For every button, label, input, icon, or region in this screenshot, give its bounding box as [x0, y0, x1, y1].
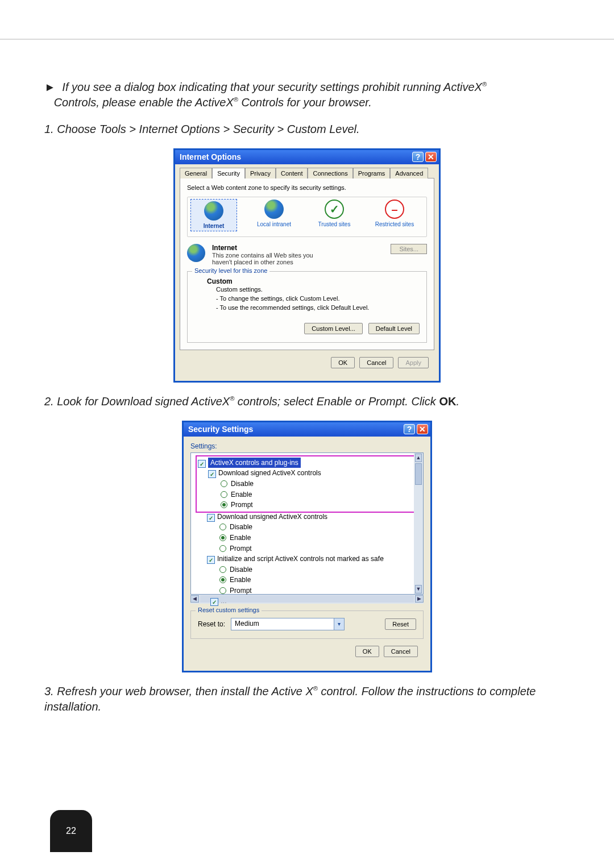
component-icon: ✓: [198, 460, 206, 468]
reset-to-combo[interactable]: Medium ▾: [231, 618, 345, 630]
tab-content[interactable]: Content: [276, 168, 308, 178]
globe-icon: [204, 201, 223, 221]
current-zone-desc-2: haven't placed in other zones: [212, 259, 384, 265]
zone-internet[interactable]: Internet: [191, 200, 237, 231]
radio-disable[interactable]: [219, 524, 226, 530]
custom-level-button[interactable]: Custom Level...: [304, 323, 362, 334]
help-icon[interactable]: ?: [404, 424, 415, 434]
dialog-title: Security Settings: [188, 425, 253, 434]
radio-prompt[interactable]: [219, 587, 226, 594]
ok-word: OK: [439, 395, 456, 408]
globe-icon: [187, 244, 205, 262]
custom-header: Custom: [207, 277, 420, 285]
step-3-text: 3. Refresh your web browser, then instal…: [44, 684, 570, 715]
radio-enable[interactable]: [221, 491, 227, 498]
triangle-icon: ►: [44, 81, 59, 93]
zone-label: Restricted sites: [375, 221, 414, 227]
globe-icon: [264, 200, 284, 219]
setting-download-signed: Download signed ActiveX controls: [218, 469, 321, 477]
security-settings-dialog: Security Settings ? ✕ Settings: ▲ ▼: [182, 421, 432, 672]
zone-local-intranet[interactable]: Local intranet: [251, 200, 297, 231]
note-text-2: Controls, please enable the ActiveX: [54, 96, 234, 109]
setting-download-unsigned: Download unsigned ActiveX controls: [217, 513, 327, 521]
ok-button[interactable]: OK: [355, 646, 379, 657]
tab-general[interactable]: General: [180, 168, 212, 178]
zone-label: Local intranet: [257, 221, 291, 227]
zone-trusted-sites[interactable]: ✓ Trusted sites: [312, 200, 357, 231]
group-activex-plugins: ✓ActiveX controls and plug-ins ✓Download…: [197, 456, 421, 512]
radio-enable[interactable]: [219, 534, 226, 541]
page-number: 22: [50, 810, 92, 852]
scroll-thumb[interactable]: [415, 463, 422, 485]
component-icon: ✓: [208, 470, 216, 478]
step-1-text: 1. Choose Tools > Internet Options > Sec…: [44, 122, 570, 137]
tab-programs[interactable]: Programs: [353, 168, 391, 178]
minus-icon: –: [385, 200, 404, 219]
custom-line-3: - To use the recommended settings, click…: [216, 304, 420, 313]
vertical-scrollbar[interactable]: ▲ ▼: [414, 453, 423, 594]
radio-prompt[interactable]: [221, 501, 227, 508]
scroll-down-icon[interactable]: ▼: [415, 585, 422, 593]
zone-label: Internet: [204, 223, 225, 229]
component-icon: ✓: [210, 598, 218, 606]
cancel-button[interactable]: Cancel: [359, 357, 393, 368]
component-icon: ✓: [207, 514, 215, 522]
help-icon[interactable]: ?: [412, 152, 424, 162]
radio-prompt[interactable]: [219, 545, 226, 552]
reset-to-label: Reset to:: [198, 620, 225, 628]
custom-line-1: Custom settings.: [216, 285, 420, 294]
tab-connections[interactable]: Connections: [308, 168, 352, 178]
check-icon: ✓: [325, 200, 344, 219]
component-icon: ✓: [207, 556, 215, 564]
security-level-group-label: Security level for this zone: [192, 267, 269, 274]
tab-advanced[interactable]: Advanced: [390, 168, 428, 178]
close-icon[interactable]: ✕: [417, 424, 428, 434]
settings-label: Settings:: [190, 442, 424, 450]
dialog-title: Internet Options: [180, 152, 241, 161]
custom-line-2: - To change the settings, click Custom L…: [216, 294, 420, 304]
ok-button[interactable]: OK: [331, 357, 355, 368]
current-zone-desc-1: This zone contains all Web sites you: [212, 252, 384, 259]
radio-disable[interactable]: [219, 566, 226, 573]
settings-tree[interactable]: ▲ ▼ ✓ActiveX controls and plug-ins ✓Down…: [190, 452, 424, 595]
current-zone-name: Internet: [212, 244, 384, 252]
scroll-up-icon[interactable]: ▲: [415, 454, 422, 462]
step-2-text: 2. Look for Download signed ActiveX® con…: [44, 394, 570, 409]
reset-group-label: Reset custom settings: [196, 607, 262, 613]
internet-options-dialog: Internet Options ? ✕ General Security Pr…: [173, 148, 441, 383]
default-level-button[interactable]: Default Level: [368, 323, 420, 334]
sites-button[interactable]: Sites...: [391, 244, 427, 254]
close-icon[interactable]: ✕: [425, 152, 437, 162]
setting-init-script: Initialize and script ActiveX controls n…: [217, 555, 384, 563]
note-text-3: Controls for your browser.: [238, 96, 372, 109]
zone-select-desc: Select a Web content zone to specify its…: [187, 184, 427, 191]
group-title: ActiveX controls and plug-ins: [208, 458, 301, 468]
tab-strip: General Security Privacy Content Connect…: [180, 168, 434, 178]
tab-privacy[interactable]: Privacy: [245, 168, 276, 178]
chevron-down-icon[interactable]: ▾: [334, 618, 344, 630]
combo-value: Medium: [231, 618, 334, 630]
cancel-button[interactable]: Cancel: [384, 646, 418, 657]
zone-label: Trusted sites: [318, 221, 351, 227]
titlebar: Internet Options ? ✕: [175, 150, 439, 164]
titlebar: Security Settings ? ✕: [184, 422, 430, 437]
note-text-1: If you see a dialog box indicating that …: [62, 81, 482, 93]
cutoff-item: ✓…: [210, 596, 421, 606]
zone-restricted-sites[interactable]: – Restricted sites: [372, 200, 417, 231]
apply-button[interactable]: Apply: [398, 357, 429, 368]
radio-enable[interactable]: [219, 576, 226, 583]
radio-disable[interactable]: [221, 480, 227, 487]
tab-security[interactable]: Security: [212, 168, 245, 178]
reset-button[interactable]: Reset: [385, 618, 416, 630]
instruction-note: ► If you see a dialog box indicating tha…: [44, 80, 570, 110]
